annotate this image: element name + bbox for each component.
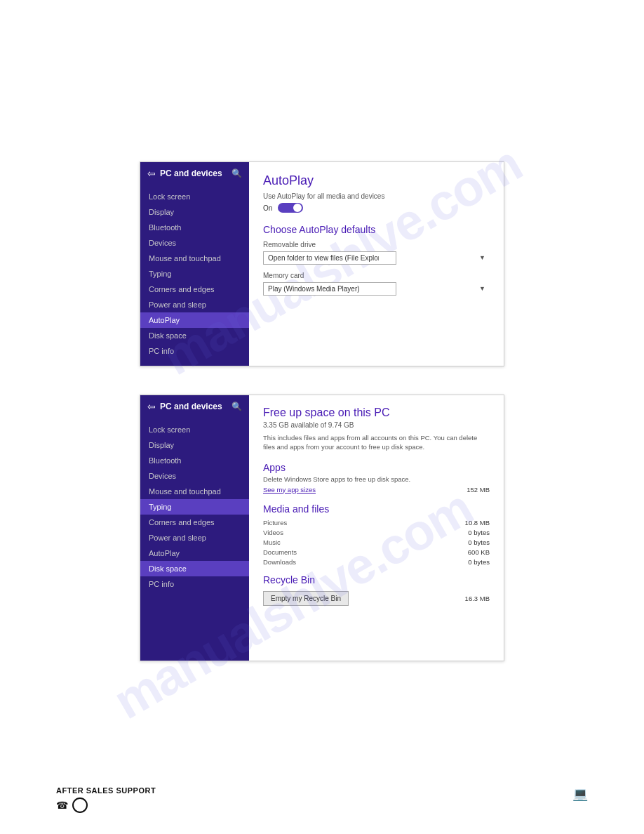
memory-card-arrow: ▼ — [479, 285, 485, 292]
videos-label: Videos — [263, 529, 283, 536]
sidebar-item-autoplay-1[interactable]: AutoPlay — [140, 312, 249, 328]
sidebar-nav-2: Lock screen Display Bluetooth Devices Mo… — [140, 422, 249, 592]
sidebar-item-devices-2[interactable]: Devices — [140, 468, 249, 484]
media-files-title: Media and files — [263, 503, 490, 515]
see-app-sizes-link[interactable]: See my app sizes — [263, 486, 316, 494]
sidebar-item-typing-1[interactable]: Typing — [140, 266, 249, 282]
sidebar-item-pcinfo-1[interactable]: PC info — [140, 343, 249, 359]
memory-card-label: Memory card — [263, 272, 490, 279]
recycle-row: Empty my Recycle Bin 16.3 MB — [263, 591, 490, 606]
back-icon-2[interactable]: ⇦ — [147, 401, 156, 412]
app-sizes-value: 152 MB — [467, 486, 490, 494]
sidebar-2: ⇦ PC and devices 🔍 Lock screen Display B… — [140, 395, 249, 661]
sidebar-item-diskspace-1[interactable]: Disk space — [140, 328, 249, 343]
memory-card-dropdown-wrapper: Play (Windows Media Player) Take no acti… — [263, 282, 490, 296]
sidebar-item-power-1[interactable]: Power and sleep — [140, 297, 249, 312]
back-icon-1[interactable]: ⇦ — [147, 168, 156, 179]
sidebar-item-devices-1[interactable]: Devices — [140, 235, 249, 251]
after-sales-support-label: AFTER SALES SUPPORT — [56, 786, 156, 795]
sidebar-item-diskspace-2[interactable]: Disk space — [140, 561, 249, 576]
removable-drive-dropdown-wrapper: Open folder to view files (File Explorer… — [263, 251, 490, 265]
sidebar-title-2: PC and devices — [160, 402, 227, 411]
sidebar-item-corners-1[interactable]: Corners and edges — [140, 282, 249, 297]
sidebar-item-display-1[interactable]: Display — [140, 204, 249, 220]
choose-defaults-title: Choose AutoPlay defaults — [263, 224, 490, 235]
apps-link-row: See my app sizes 152 MB — [263, 486, 490, 494]
footer-phone-row: ☎ — [56, 797, 156, 813]
documents-size: 600 KB — [468, 548, 490, 556]
downloads-label: Downloads — [263, 558, 296, 566]
music-size: 0 bytes — [468, 538, 490, 546]
videos-size: 0 bytes — [468, 529, 490, 536]
free-space-desc: This includes files and apps from all ac… — [263, 433, 490, 452]
removable-drive-arrow: ▼ — [479, 254, 485, 261]
sidebar-item-pcinfo-2[interactable]: PC info — [140, 576, 249, 592]
autoplay-title: AutoPlay — [263, 173, 490, 188]
footer-left: AFTER SALES SUPPORT ☎ — [56, 786, 156, 813]
sidebar-item-lock-screen-2[interactable]: Lock screen — [140, 422, 249, 437]
sidebar-item-typing-2[interactable]: Typing — [140, 499, 249, 515]
autoplay-toggle-row: On — [263, 203, 490, 213]
laptop-icon: 💻 — [572, 786, 588, 802]
sidebar-item-mouse-1[interactable]: Mouse and touchpad — [140, 251, 249, 266]
recycle-size: 16.3 MB — [465, 595, 490, 602]
empty-recycle-button[interactable]: Empty my Recycle Bin — [263, 591, 349, 606]
page-container: ⇦ PC and devices 🔍 Lock screen Display B… — [0, 0, 644, 675]
documents-label: Documents — [263, 548, 297, 556]
sidebar-1: ⇦ PC and devices 🔍 Lock screen Display B… — [140, 162, 249, 366]
apps-title: Apps — [263, 462, 490, 473]
sidebar-item-autoplay-2[interactable]: AutoPlay — [140, 545, 249, 561]
autoplay-toggle-desc: Use AutoPlay for all media and devices — [263, 192, 490, 200]
autoplay-toggle-switch[interactable] — [278, 203, 303, 213]
sidebar-item-corners-2[interactable]: Corners and edges — [140, 515, 249, 530]
search-icon-2[interactable]: 🔍 — [232, 402, 242, 411]
sidebar-nav-1: Lock screen Display Bluetooth Devices Mo… — [140, 189, 249, 359]
removable-drive-label: Removable drive — [263, 241, 490, 249]
music-label: Music — [263, 538, 281, 546]
search-icon-1[interactable]: 🔍 — [232, 168, 242, 178]
sidebar-item-lock-screen-1[interactable]: Lock screen — [140, 189, 249, 204]
footer: AFTER SALES SUPPORT ☎ 💻 — [56, 786, 588, 813]
sidebar-item-power-2[interactable]: Power and sleep — [140, 530, 249, 545]
apps-delete-text: Delete Windows Store apps to free up dis… — [263, 475, 490, 483]
pictures-size: 10.8 MB — [465, 519, 490, 527]
autoplay-toggle-label: On — [263, 204, 272, 212]
recycle-title: Recycle Bin — [263, 574, 490, 585]
media-row-documents: Documents 600 KB — [263, 548, 490, 556]
sidebar-item-display-2[interactable]: Display — [140, 437, 249, 453]
free-space-available: 3.35 GB available of 9.74 GB — [263, 421, 490, 429]
phone-icon: ☎ — [56, 800, 68, 811]
sidebar-title-1: PC and devices — [160, 168, 227, 178]
sidebar-item-mouse-2[interactable]: Mouse and touchpad — [140, 484, 249, 499]
diskspace-window: ⇦ PC and devices 🔍 Lock screen Display B… — [140, 395, 504, 661]
sidebar-header-1: ⇦ PC and devices 🔍 — [140, 162, 249, 185]
pictures-label: Pictures — [263, 519, 287, 527]
media-row-pictures: Pictures 10.8 MB — [263, 519, 490, 527]
media-row-music: Music 0 bytes — [263, 538, 490, 546]
phone-circle — [72, 797, 88, 813]
media-row-videos: Videos 0 bytes — [263, 529, 490, 536]
removable-drive-select[interactable]: Open folder to view files (File Explorer… — [263, 251, 396, 265]
sidebar-item-bluetooth-2[interactable]: Bluetooth — [140, 453, 249, 468]
diskspace-main: Free up space on this PC 3.35 GB availab… — [249, 395, 504, 661]
sidebar-item-bluetooth-1[interactable]: Bluetooth — [140, 220, 249, 235]
memory-card-select[interactable]: Play (Windows Media Player) Take no acti… — [263, 282, 396, 296]
media-row-downloads: Downloads 0 bytes — [263, 558, 490, 566]
downloads-size: 0 bytes — [468, 558, 490, 566]
sidebar-header-2: ⇦ PC and devices 🔍 — [140, 395, 249, 418]
free-space-title: Free up space on this PC — [263, 406, 490, 419]
autoplay-main: AutoPlay Use AutoPlay for all media and … — [249, 162, 504, 366]
autoplay-window: ⇦ PC and devices 🔍 Lock screen Display B… — [140, 161, 504, 366]
